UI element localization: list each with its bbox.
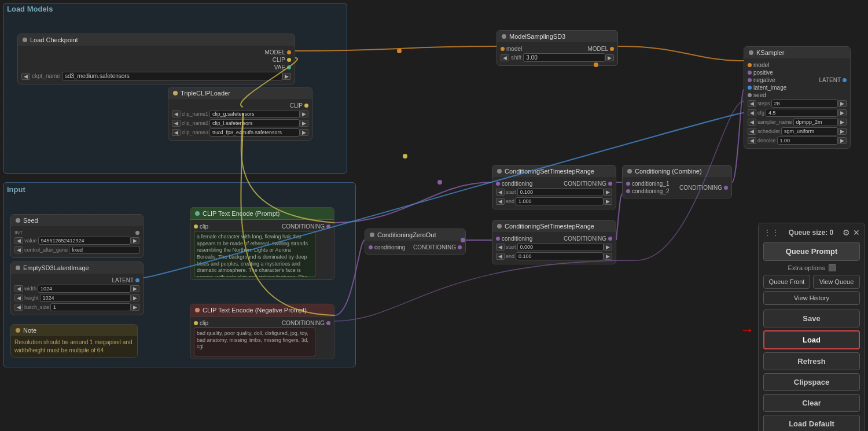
steps-next[interactable]: ▶	[838, 100, 847, 107]
height-value[interactable]: 1024	[40, 294, 131, 302]
load-checkpoint-header: Load Checkpoint	[18, 34, 295, 46]
cfg-prev[interactable]: ◀	[748, 109, 756, 116]
seed-value[interactable]: 945512652412924	[38, 237, 131, 245]
control-value[interactable]: fixed	[69, 246, 139, 254]
clip1-value[interactable]: clip_g.safetensors	[209, 110, 300, 118]
seed-title: Seed	[23, 217, 38, 224]
close-icon-btn[interactable]: ✕	[853, 228, 860, 237]
range2-in: conditioning	[496, 235, 532, 242]
ksampler-latent-out: LATENT	[819, 77, 847, 83]
start1-next[interactable]: ▶	[604, 189, 612, 196]
conditioning-combine-header: Conditioning (Combine)	[623, 165, 731, 177]
conditioning-zero-body: conditioning CONDITIONING	[365, 241, 465, 254]
clip2-prev[interactable]: ◀	[172, 120, 181, 127]
conditioning-range1-body: conditioning CONDITIONING ◀ start 0.100 …	[492, 177, 616, 209]
cfg-label: cfg	[757, 110, 764, 116]
combine-out: CONDITIONING	[679, 185, 728, 191]
extra-options-label: Extra options	[788, 264, 825, 271]
refresh-button[interactable]: Refresh	[763, 352, 860, 370]
sampler-value[interactable]: dpmpp_2m	[793, 118, 838, 126]
end2-next[interactable]: ▶	[604, 253, 612, 260]
steps-prev[interactable]: ◀	[748, 100, 756, 107]
cfg-next[interactable]: ▶	[838, 109, 847, 116]
width-next[interactable]: ▶	[131, 285, 139, 292]
end2-value[interactable]: 0.100	[516, 252, 604, 260]
start2-value[interactable]: 0.000	[517, 243, 604, 251]
node-indicator	[16, 328, 20, 333]
save-button[interactable]: Save	[763, 310, 860, 327]
shift-next[interactable]: ▶	[605, 54, 614, 61]
end1-next[interactable]: ▶	[604, 198, 612, 205]
clip2-next[interactable]: ▶	[300, 120, 308, 127]
batch-prev[interactable]: ◀	[14, 304, 23, 311]
scheduler-prev[interactable]: ◀	[748, 128, 756, 135]
clip3-prev[interactable]: ◀	[172, 129, 181, 136]
height-prev[interactable]: ◀	[14, 294, 23, 301]
sampler-next[interactable]: ▶	[838, 119, 847, 126]
sampler-prev[interactable]: ◀	[748, 119, 756, 126]
ckpt-name-value[interactable]: sd3_medium.safetensors	[62, 72, 282, 80]
denoise-next[interactable]: ▶	[838, 137, 847, 144]
settings-icon-btn[interactable]: ⚙	[843, 228, 850, 237]
start2-prev[interactable]: ◀	[496, 244, 505, 251]
load-default-button[interactable]: Load Default	[763, 415, 860, 431]
start1-value[interactable]: 0.100	[517, 188, 604, 196]
ckpt-prev-btn[interactable]: ◀	[21, 73, 30, 80]
ckpt-next-btn[interactable]: ▶	[282, 73, 291, 80]
view-history-button[interactable]: View History	[763, 291, 860, 305]
end1-prev[interactable]: ◀	[496, 198, 505, 205]
clear-button[interactable]: Clear	[763, 394, 860, 412]
negative-text[interactable]: bad quality, poor quality, doll, disfigu…	[194, 327, 315, 356]
scheduler-next[interactable]: ▶	[838, 128, 847, 135]
cfg-row: ◀ cfg 4.5 ▶	[748, 109, 847, 117]
denoise-row: ◀ denoise 1.00 ▶	[748, 137, 847, 145]
clip1-next[interactable]: ▶	[300, 110, 308, 117]
start1-label: start	[506, 189, 516, 195]
width-prev[interactable]: ◀	[14, 285, 23, 292]
clip3-next[interactable]: ▶	[300, 129, 308, 136]
end1-row: ◀ end 1.000 ▶	[496, 197, 612, 205]
start1-prev[interactable]: ◀	[496, 189, 505, 196]
height-next[interactable]: ▶	[131, 294, 139, 301]
start2-next[interactable]: ▶	[604, 244, 612, 251]
end2-prev[interactable]: ◀	[496, 253, 505, 260]
queue-front-button[interactable]: Queue Front	[763, 275, 810, 289]
model-output-port: MODEL	[264, 49, 291, 56]
batch-next[interactable]: ▶	[131, 304, 139, 311]
conditioning-range1-node: ConditioningSetTimestepRange conditionin…	[492, 165, 616, 209]
conditioning-combine-title: Conditioning (Combine)	[635, 168, 702, 175]
steps-label: steps	[757, 101, 770, 106]
denoise-value[interactable]: 1.00	[777, 137, 838, 145]
batch-value[interactable]: 1	[50, 303, 131, 311]
load-checkpoint-title: Load Checkpoint	[30, 36, 78, 43]
seed-prev[interactable]: ◀	[14, 237, 23, 244]
control-prev[interactable]: ◀	[14, 246, 23, 253]
ksampler-body: model positive negative latent_image	[744, 58, 850, 148]
steps-value[interactable]: 28	[771, 100, 838, 108]
load-button[interactable]: Load	[763, 330, 860, 349]
queue-size-label: Queue size: 0	[789, 229, 833, 237]
view-queue-button[interactable]: View Queue	[813, 275, 860, 289]
clipspace-button[interactable]: Clipspace	[763, 373, 860, 391]
end1-value[interactable]: 1.000	[516, 197, 604, 205]
width-value[interactable]: 1024	[38, 285, 131, 293]
clip3-value[interactable]: t5xxl_fp8_e4m3fn.safetensors	[209, 128, 300, 137]
start2-row: ◀ start 0.000 ▶	[496, 243, 612, 251]
clip1-prev[interactable]: ◀	[172, 110, 181, 117]
seed-next[interactable]: ▶	[131, 237, 139, 244]
clip2-value[interactable]: clip_l.safetensors	[209, 119, 300, 127]
ksampler-node: KSampler model positive negative	[744, 46, 851, 149]
conditioning-range2-body: conditioning CONDITIONING ◀ start 0.000 …	[492, 232, 616, 264]
extra-options-checkbox[interactable]	[829, 264, 836, 271]
node-indicator	[497, 169, 502, 174]
scheduler-value[interactable]: sgm_uniform	[781, 127, 838, 135]
model-sampling-ports: model MODEL	[501, 46, 614, 52]
queue-prompt-button[interactable]: Queue Prompt	[763, 242, 860, 261]
latent-port: LATENT	[14, 277, 139, 283]
queue-panel: ⋮⋮ Queue size: 0 ⚙ ✕ Queue Prompt Extra …	[758, 223, 865, 431]
shift-prev[interactable]: ◀	[501, 54, 509, 61]
positive-text[interactable]: a female character with long, flowing ha…	[194, 231, 315, 277]
shift-value[interactable]: 3.00	[523, 53, 605, 62]
denoise-prev[interactable]: ◀	[748, 137, 756, 144]
cfg-value[interactable]: 4.5	[766, 109, 838, 117]
